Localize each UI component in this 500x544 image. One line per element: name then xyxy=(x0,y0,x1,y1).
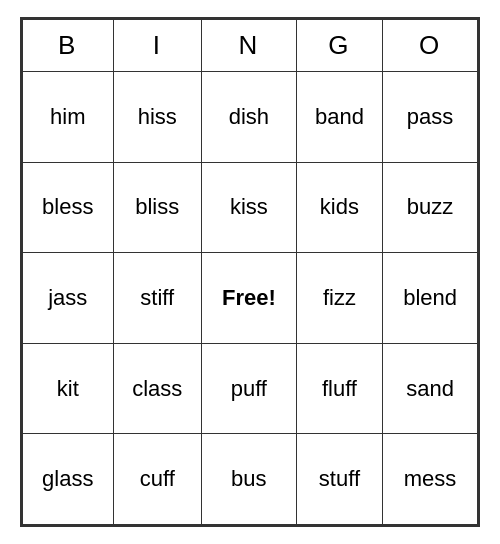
table-cell: blend xyxy=(383,253,478,344)
table-cell: hiss xyxy=(113,72,201,163)
table-cell: class xyxy=(113,343,201,434)
table-row: blessblisskisskidsbuzz xyxy=(23,162,478,253)
header-row: B I N G O xyxy=(23,20,478,72)
table-cell: fluff xyxy=(296,343,382,434)
table-cell: stuff xyxy=(296,434,382,525)
table-cell: kids xyxy=(296,162,382,253)
col-o: O xyxy=(383,20,478,72)
col-n: N xyxy=(201,20,296,72)
table-row: himhissdishbandpass xyxy=(23,72,478,163)
table-cell: glass xyxy=(23,434,114,525)
table-cell: buzz xyxy=(383,162,478,253)
table-cell: band xyxy=(296,72,382,163)
col-i: I xyxy=(113,20,201,72)
bingo-body: himhissdishbandpassblessblisskisskidsbuz… xyxy=(23,72,478,525)
table-cell: puff xyxy=(201,343,296,434)
table-cell: bus xyxy=(201,434,296,525)
table-cell: mess xyxy=(383,434,478,525)
table-cell: bliss xyxy=(113,162,201,253)
col-g: G xyxy=(296,20,382,72)
table-row: jassstiffFree!fizzblend xyxy=(23,253,478,344)
table-cell: cuff xyxy=(113,434,201,525)
bingo-card: B I N G O himhissdishbandpassblessblissk… xyxy=(20,17,480,527)
bingo-table: B I N G O himhissdishbandpassblessblissk… xyxy=(22,19,478,525)
table-cell: kiss xyxy=(201,162,296,253)
table-cell: Free! xyxy=(201,253,296,344)
table-row: glasscuffbusstuffmess xyxy=(23,434,478,525)
table-cell: jass xyxy=(23,253,114,344)
table-cell: stiff xyxy=(113,253,201,344)
col-b: B xyxy=(23,20,114,72)
table-cell: dish xyxy=(201,72,296,163)
table-row: kitclasspufffluffsand xyxy=(23,343,478,434)
table-cell: kit xyxy=(23,343,114,434)
table-cell: fizz xyxy=(296,253,382,344)
table-cell: bless xyxy=(23,162,114,253)
table-cell: sand xyxy=(383,343,478,434)
table-cell: pass xyxy=(383,72,478,163)
table-cell: him xyxy=(23,72,114,163)
